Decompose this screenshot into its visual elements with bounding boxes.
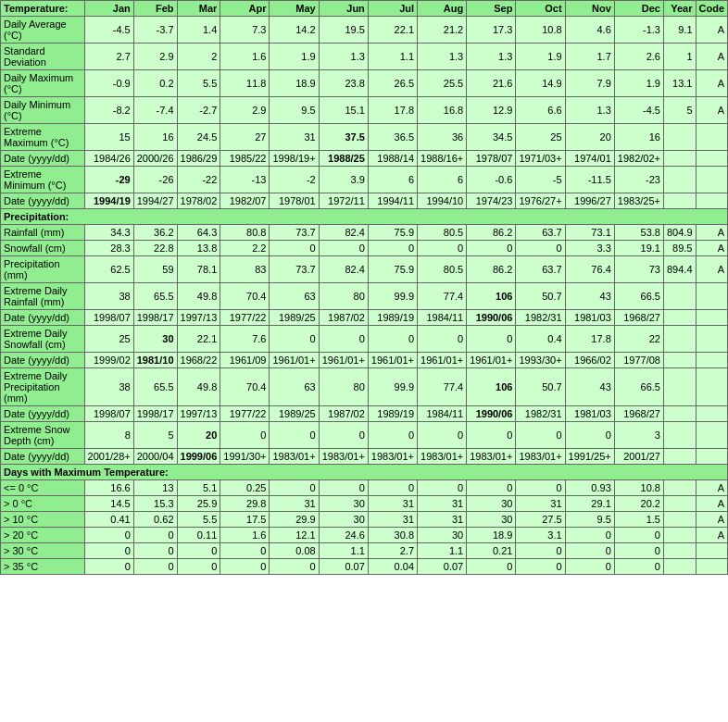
cell-value: 15.3	[133, 496, 177, 512]
cell-value: 16	[614, 124, 663, 151]
cell-value: 1999/06	[177, 449, 220, 465]
table-row: Extreme Snow Depth (cm)8520000000003	[1, 422, 728, 449]
table-row: Date (yyyy/dd)1994/191994/271978/021982/…	[1, 193, 728, 209]
climate-table: Temperature: Jan Feb Mar Apr May Jun Jul…	[0, 0, 728, 575]
cell-value: 65.5	[133, 283, 177, 310]
cell-value: 86.2	[467, 225, 516, 241]
cell-value: 0	[516, 543, 565, 559]
cell-value: A	[696, 241, 728, 256]
cell-value: 1.1	[368, 44, 417, 70]
cell-value: 76.4	[565, 256, 614, 283]
cell-value: 5.1	[177, 480, 220, 496]
cell-value: 9.1	[663, 17, 696, 44]
cell-value: 1993/30+	[516, 353, 565, 368]
cell-value: 1998/19+	[270, 151, 319, 167]
cell-value: 0	[270, 559, 319, 575]
cell-value: 66.5	[614, 283, 663, 310]
cell-value: 0.04	[368, 559, 417, 575]
cell-value: 0	[516, 559, 565, 575]
row-label: Date (yyyy/dd)	[1, 151, 85, 167]
cell-value	[663, 368, 696, 406]
cell-value: 0.21	[467, 543, 516, 559]
cell-value: 21.2	[418, 17, 467, 44]
cell-value: 1.5	[614, 512, 663, 528]
table-row: Daily Minimum (°C)-8.2-7.4-2.72.99.515.1…	[1, 97, 728, 124]
cell-value: 30	[467, 496, 516, 512]
cell-value: 24.6	[319, 528, 368, 543]
cell-value: 1994/27	[133, 193, 177, 209]
row-label: > 10 °C	[1, 512, 85, 528]
cell-value: 22.1	[368, 17, 417, 44]
cell-value	[663, 543, 696, 559]
cell-value: 0	[177, 543, 220, 559]
cell-value	[696, 422, 728, 449]
cell-value: 28.3	[84, 241, 133, 256]
cell-value	[663, 480, 696, 496]
cell-value: 18.9	[467, 528, 516, 543]
cell-value: 38	[84, 283, 133, 310]
cell-value: 1998/17	[133, 310, 177, 326]
table-row: <= 0 °C16.6135.10.250000000.9310.8A	[1, 480, 728, 496]
cell-value	[696, 167, 728, 193]
cell-value: -7.4	[133, 97, 177, 124]
cell-value: 27	[220, 124, 270, 151]
cell-value: 43	[565, 283, 614, 310]
cell-value: 0.08	[270, 543, 319, 559]
cell-value: 1991/30+	[220, 449, 270, 465]
cell-value: A	[696, 256, 728, 283]
cell-value: 27.5	[516, 512, 565, 528]
cell-value: 0	[368, 480, 417, 496]
cell-value: A	[696, 70, 728, 97]
table-row: Extreme Daily Precipitation (mm)3865.549…	[1, 368, 728, 406]
cell-value: 36.5	[368, 124, 417, 151]
cell-value: 1998/07	[84, 310, 133, 326]
row-label: Date (yyyy/dd)	[1, 449, 85, 465]
cell-value: -4.5	[84, 17, 133, 44]
row-label: Date (yyyy/dd)	[1, 193, 85, 209]
cell-value: 3.9	[319, 167, 368, 193]
cell-value: 1988/16+	[418, 151, 467, 167]
cell-value: 73.7	[270, 225, 319, 241]
cell-value: 80.5	[418, 256, 467, 283]
cell-value: 73	[614, 256, 663, 283]
table-row: Date (yyyy/dd)1998/071998/171997/131977/…	[1, 406, 728, 422]
cell-value: 83	[220, 256, 270, 283]
cell-value: 15	[84, 124, 133, 151]
table-row: > 35 °C000000.070.040.070000	[1, 559, 728, 575]
cell-value: 25	[84, 326, 133, 353]
cell-value: 1986/29	[177, 151, 220, 167]
cell-value: 30	[418, 528, 467, 543]
cell-value: 0	[133, 543, 177, 559]
row-label: > 30 °C	[1, 543, 85, 559]
cell-value: 0	[516, 241, 565, 256]
cell-value: -0.9	[84, 70, 133, 97]
cell-value: 1961/01+	[368, 353, 417, 368]
table-row: Date (yyyy/dd)1999/021981/101968/221961/…	[1, 353, 728, 368]
cell-value: 10.8	[614, 480, 663, 496]
cell-value: 43	[565, 368, 614, 406]
cell-value: -13	[220, 167, 270, 193]
cell-value	[696, 193, 728, 209]
cell-value: 0	[319, 480, 368, 496]
cell-value: 1.6	[220, 528, 270, 543]
cell-value: 1997/13	[177, 406, 220, 422]
cell-value: 0	[84, 559, 133, 575]
cell-value: 0.41	[84, 512, 133, 528]
cell-value: 0	[614, 543, 663, 559]
cell-value: 1988/14	[368, 151, 417, 167]
cell-value: A	[696, 528, 728, 543]
cell-value: -11.5	[565, 167, 614, 193]
cell-value: 804.9	[663, 225, 696, 241]
cell-value	[696, 326, 728, 353]
row-label: Precipitation (mm)	[1, 256, 85, 283]
cell-value: 1978/02	[177, 193, 220, 209]
cell-value: 0	[614, 528, 663, 543]
table-row: > 0 °C14.515.325.929.831303131303129.120…	[1, 496, 728, 512]
cell-value: 30	[319, 496, 368, 512]
cell-value: 0.4	[516, 326, 565, 353]
cell-value: 0	[84, 543, 133, 559]
cell-value: 1996/27	[565, 193, 614, 209]
cell-value: 16.6	[84, 480, 133, 496]
cell-value: 1994/10	[418, 193, 467, 209]
cell-value: 9.5	[270, 97, 319, 124]
